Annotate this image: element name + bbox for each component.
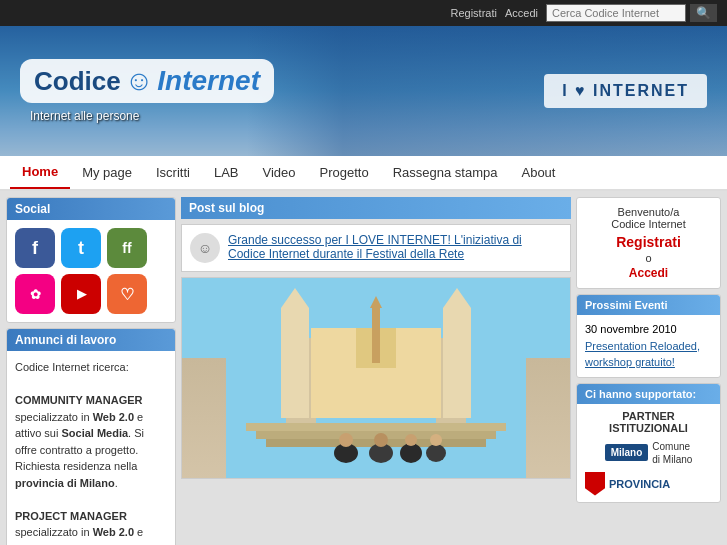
- svg-point-20: [405, 434, 417, 446]
- right-accedi-link[interactable]: Accedi: [629, 266, 668, 280]
- logo-smiley: ☺: [125, 65, 154, 97]
- nav-mypage[interactable]: My page: [70, 157, 144, 188]
- flickr-icon[interactable]: ✿: [15, 274, 55, 314]
- nav-lab[interactable]: LAB: [202, 157, 251, 188]
- accedi-link[interactable]: Accedi: [505, 7, 538, 19]
- tagline: Internet alle persone: [30, 109, 139, 123]
- youtube-icon[interactable]: ▶: [61, 274, 101, 314]
- nav-rassegna[interactable]: Rassegna stampa: [381, 157, 510, 188]
- annunci-body: Codice Internet ricerca: COMMUNITY MANAG…: [15, 359, 167, 545]
- logo-area: Codice ☺ Internet Internet alle persone: [0, 49, 294, 133]
- facebook-icon[interactable]: f: [15, 228, 55, 268]
- social-icons: f t ff ✿ ▶ ♡: [7, 220, 175, 322]
- provincia-logo: PROVINCIA: [585, 472, 712, 496]
- top-bar: Registrati Accedi 🔍: [0, 0, 727, 26]
- social-title: Social: [7, 198, 175, 220]
- prossimi-eventi-title: Prossimi Eventi: [577, 295, 720, 315]
- annunci-box: Annunci di lavoro Codice Internet ricerc…: [6, 328, 176, 545]
- friendfeed-icon[interactable]: ff: [107, 228, 147, 268]
- left-sidebar: Social f t ff ✿ ▶ ♡ Annunci di lavoro Co…: [6, 197, 176, 545]
- svg-point-17: [426, 444, 446, 462]
- svg-rect-5: [443, 308, 471, 418]
- nav-iscritti[interactable]: Iscritti: [144, 157, 202, 188]
- svg-rect-3: [281, 308, 309, 418]
- logo-box: Codice ☺ Internet: [20, 59, 274, 103]
- main-layout: Social f t ff ✿ ▶ ♡ Annunci di lavoro Co…: [0, 191, 727, 545]
- svg-point-21: [430, 434, 442, 446]
- blog-post-text: Grande successo per I LOVE INTERNET! L'i…: [228, 233, 562, 261]
- annunci-content: Codice Internet ricerca: COMMUNITY MANAG…: [7, 351, 175, 545]
- right-registrati-link[interactable]: Registrati: [585, 234, 712, 250]
- search-input[interactable]: [546, 4, 686, 22]
- milano-logo: Milano Comune di Milano: [585, 440, 712, 466]
- provincia-shield-icon: [585, 472, 605, 496]
- navbar: Home My page Iscritti LAB Video Progetto…: [0, 156, 727, 191]
- blog-post-link[interactable]: Grande successo per I LOVE INTERNET! L'i…: [228, 233, 522, 261]
- blog-post-icon: ☺: [190, 233, 220, 263]
- search-button[interactable]: 🔍: [690, 4, 717, 22]
- welcome-content: Benvenuto/aCodice Internet Registrati o …: [577, 198, 720, 288]
- supporto-box: Ci hanno supportato: PARTNER ISTITUZIONA…: [576, 383, 721, 503]
- milano-badge: Milano: [605, 444, 649, 461]
- nav-progetto[interactable]: Progetto: [308, 157, 381, 188]
- prossimi-eventi-box: Prossimi Eventi 30 novembre 2010 Present…: [576, 294, 721, 378]
- header-banner: Codice ☺ Internet Internet alle persone …: [0, 26, 727, 156]
- blog-post-box: ☺ Grande successo per I LOVE INTERNET! L…: [181, 224, 571, 272]
- right-sidebar: Benvenuto/aCodice Internet Registrati o …: [576, 197, 721, 545]
- svg-rect-9: [372, 308, 380, 363]
- nav-about[interactable]: About: [509, 157, 567, 188]
- prossimi-eventi-content: 30 novembre 2010 Presentation Reloaded, …: [577, 315, 720, 377]
- prossimi-link[interactable]: Presentation Reloaded, workshop gratuito…: [585, 340, 700, 369]
- svg-point-18: [339, 433, 353, 447]
- svg-point-19: [374, 433, 388, 447]
- social-box: Social f t ff ✿ ▶ ♡: [6, 197, 176, 323]
- banner-crowd: I ♥ INTERNET: [247, 26, 727, 156]
- welcome-box: Benvenuto/aCodice Internet Registrati o …: [576, 197, 721, 289]
- provincia-text: PROVINCIA: [609, 478, 670, 490]
- nav-home[interactable]: Home: [10, 156, 70, 189]
- supporto-title: Ci hanno supportato:: [577, 384, 720, 404]
- blog-image: [182, 278, 570, 478]
- partner-content: PARTNER ISTITUZIONALI Milano Comune di M…: [577, 404, 720, 502]
- registrati-link[interactable]: Registrati: [451, 7, 497, 19]
- search-box: 🔍: [546, 4, 717, 22]
- internet-sign: I ♥ INTERNET: [544, 74, 707, 108]
- comune-line1: Comune: [652, 440, 692, 453]
- o-text: o: [585, 252, 712, 264]
- comune-text: Comune di Milano: [652, 440, 692, 466]
- svg-rect-11: [246, 423, 506, 431]
- logo-codice: Codice: [34, 66, 121, 97]
- center-content: Post sul blog ☺ Grande successo per I LO…: [181, 197, 571, 545]
- welcome-text: Benvenuto/aCodice Internet: [585, 206, 712, 230]
- blog-image-box: [181, 277, 571, 479]
- twitter-icon[interactable]: t: [61, 228, 101, 268]
- nav-video[interactable]: Video: [251, 157, 308, 188]
- annunci-title: Annunci di lavoro: [7, 329, 175, 351]
- logo-internet: Internet: [157, 65, 260, 97]
- blog-post: ☺ Grande successo per I LOVE INTERNET! L…: [182, 225, 570, 271]
- comune-line2: di Milano: [652, 453, 692, 466]
- prossimi-text: 30 novembre 2010: [585, 323, 677, 335]
- partner-label: PARTNER ISTITUZIONALI: [585, 410, 712, 434]
- blog-section-title: Post sul blog: [181, 197, 571, 219]
- other-social-icon[interactable]: ♡: [107, 274, 147, 314]
